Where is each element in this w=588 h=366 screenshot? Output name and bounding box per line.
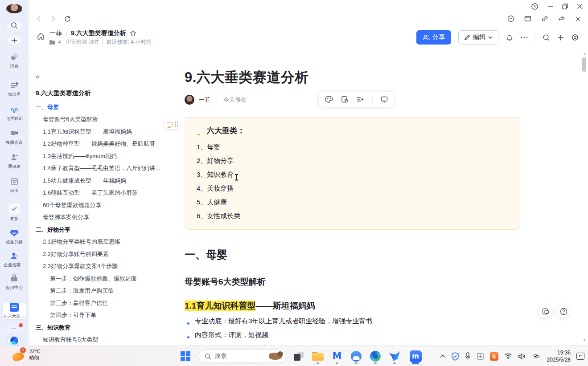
star-icon[interactable] [130, 30, 136, 37]
toc-item[interactable]: 2.3好物分享爆款文案4个步骤 [36, 260, 169, 273]
sidebar-item-app-center[interactable]: 应用中心 [1, 273, 28, 291]
toc-item[interactable]: 1.5幼儿健康成长型——年糕妈妈 [36, 175, 169, 187]
scroll-down-arrow[interactable]: ▼ [582, 338, 587, 343]
create-button[interactable] [7, 36, 22, 45]
minimize-button[interactable] [547, 4, 553, 9]
user-avatar[interactable] [6, 4, 22, 13]
microphone-icon[interactable] [465, 352, 471, 360]
bell-icon[interactable] [506, 33, 514, 41]
quark-browser-button[interactable] [350, 348, 363, 365]
start-button[interactable] [179, 348, 192, 365]
toc-item[interactable]: 母婴账号6大类型解析 [36, 114, 169, 126]
security-shield-icon[interactable] [451, 352, 459, 361]
toc-item[interactable]: 二、好物分享 [36, 224, 169, 236]
taskbar-search[interactable]: 搜索 [198, 350, 286, 363]
heading-1[interactable]: 一、母婴 [185, 248, 520, 262]
export-flow-icon[interactable] [356, 96, 364, 102]
author-avatar[interactable] [185, 95, 194, 105]
refresh-button[interactable] [64, 16, 71, 22]
sogou-input-icon[interactable]: S [490, 352, 498, 361]
toc-item[interactable]: 第四步：引导下单 [36, 309, 169, 322]
share-arrow-icon[interactable] [558, 15, 565, 22]
feishu-button[interactable] [388, 348, 401, 365]
toc-item[interactable]: 一、母婴 [36, 101, 169, 114]
heading-3[interactable]: 1.1育儿知识科普型——斯坦福妈妈 [185, 300, 520, 312]
toc-item[interactable]: 第二步：激发用户购买欲 [36, 285, 169, 297]
toc-item[interactable]: 1.1育儿知识科普型——斯坦福妈妈 [36, 126, 169, 138]
toc-item[interactable]: 1.2好物种草型——辣妈美美好物、是航航呀 [36, 138, 169, 150]
collapse-outline-icon[interactable]: « [36, 73, 45, 81]
toc-item[interactable]: 母婴脚本案例分享 [36, 211, 169, 224]
toc-item[interactable]: 60个母婴爆款选题分享 [36, 199, 169, 211]
breadcrumb-parent[interactable]: 一菲 [49, 29, 62, 37]
share-button[interactable]: 分享 [416, 30, 451, 45]
toc-item[interactable]: 1.6萌娃互动型——老丁头家的小胖苏 [36, 187, 169, 199]
battery-icon[interactable] [531, 353, 541, 360]
rail-overflow-button[interactable]: ⋯ [7, 325, 22, 332]
active-app-button[interactable]: m [407, 348, 424, 365]
tray-chevron-up-icon[interactable] [440, 354, 445, 358]
back-button[interactable] [36, 16, 42, 22]
toc-item[interactable]: 1.3生活辣妈——lilymum闹妈 [36, 150, 169, 163]
history-button[interactable] [531, 3, 539, 10]
toc-item[interactable]: 知识教育账号5大类型 [36, 334, 169, 346]
sidebar-item-upgrade[interactable]: 权益升级 [1, 228, 28, 245]
search-button[interactable] [7, 21, 22, 30]
sidebar-item-wiki[interactable]: 知识库 [1, 80, 28, 98]
new-tab-icon[interactable] [557, 34, 564, 41]
copy-link-doc-icon[interactable] [341, 96, 348, 103]
volume-icon[interactable] [518, 353, 526, 360]
forward-button[interactable] [50, 16, 56, 22]
notification-dnd-icon[interactable]: zᶻ [576, 353, 584, 360]
callout-list-item[interactable]: 4、美妆穿搭 [197, 179, 509, 193]
edit-button[interactable]: 编辑 [458, 30, 498, 45]
doc-title[interactable]: 9.六大垂类赛道分析 [185, 68, 520, 87]
scroll-up-arrow[interactable]: ▲ [582, 52, 587, 57]
callout-list-item[interactable]: 3、知识教育 [197, 165, 509, 179]
outline-doc-title[interactable]: 9.六大垂类赛道分析 [36, 89, 169, 98]
wifi-icon[interactable] [504, 353, 512, 359]
panel-icon[interactable] [524, 15, 531, 22]
m-app-button[interactable]: M [330, 348, 344, 365]
toc-item[interactable]: 2.2好物分享账号的四要素 [36, 248, 169, 260]
weather-widget[interactable]: 5 22°C 晴朗 [12, 348, 41, 361]
ime-icon[interactable] [477, 353, 484, 360]
more-menu-icon[interactable] [521, 37, 528, 38]
feishu-app-logo[interactable] [7, 336, 21, 346]
bullet-item[interactable]: 专业功底：最好有3年以上育儿或者职业经验，增强专业背书 [185, 317, 520, 331]
sidebar-item-minutes[interactable]: 飞书妙记 [1, 104, 28, 122]
task-view-button[interactable] [292, 348, 305, 365]
pinned-doc[interactable]: 9.六大垂... [3, 303, 26, 319]
edge-browser-button[interactable] [369, 348, 382, 365]
gear-icon[interactable] [571, 33, 579, 41]
callout-list-item[interactable]: 6、女性成长类 [197, 207, 509, 220]
help-fab[interactable] [557, 305, 570, 318]
author-name[interactable]: 一菲 [199, 96, 210, 104]
sidebar-item-calendar[interactable]: 日历 [1, 176, 28, 194]
callout-list-item[interactable]: 5、大健康 [197, 193, 509, 207]
folder-name[interactable]: 4、iP正价课-课件 [58, 38, 99, 46]
callout-block[interactable]: 六大垂类： 1、母婴 2、好物分享 3、知识教育 4、美妆穿搭 5、大健康 6、… [185, 117, 520, 230]
home-icon[interactable] [37, 32, 45, 41]
toc-item[interactable]: 第一步：创作爆款标题、爆款封面 [36, 272, 169, 285]
bullet-item[interactable]: 内容形式：评测，短视频 [185, 331, 520, 345]
comment-icon[interactable] [381, 96, 388, 103]
callout-list-item[interactable]: 2、好物分享 [197, 151, 509, 165]
feedback-fab[interactable] [539, 305, 552, 318]
vertical-scrollbar[interactable]: ▲ ▼ [582, 50, 587, 345]
comment-circle-icon[interactable] [507, 15, 514, 22]
sidebar-item-messages[interactable]: 消息 [1, 52, 28, 69]
close-tab-icon[interactable] [575, 16, 581, 22]
link-icon[interactable] [541, 15, 548, 22]
tray-clock[interactable]: 19:36 2025/5/28 [547, 349, 571, 363]
toc-item[interactable]: 三、知识教育 [36, 321, 169, 334]
sidebar-item-meeting[interactable]: 视频会议 [1, 128, 28, 146]
file-explorer-button[interactable] [311, 348, 325, 365]
toc-item[interactable]: 第三步：赢得客户信任 [36, 297, 169, 309]
heading-2[interactable]: 母婴账号6大类型解析 [185, 276, 520, 288]
sidebar-item-recommend[interactable]: 企业推荐... [1, 251, 28, 268]
callout-list-item[interactable]: 1、母婴 [197, 138, 509, 151]
toc-item[interactable]: 2.1好物分享类账号的底层思维 [36, 236, 169, 248]
restore-button[interactable] [562, 4, 568, 9]
scrollbar-thumb[interactable] [582, 57, 586, 72]
